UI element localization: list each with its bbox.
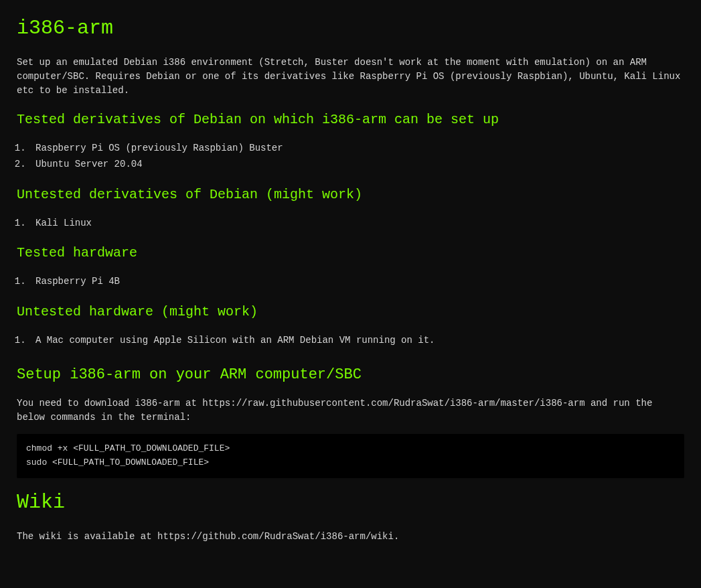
untested-derivatives-heading: Untested derivatives of Debian (might wo… [17,185,684,205]
tested-derivatives-list: Raspberry Pi OS (previously Raspbian) Bu… [31,141,684,173]
untested-hardware-heading: Untested hardware (might work) [17,302,684,322]
untested-derivatives-list: Kali Linux [31,216,684,232]
wiki-text: The wiki is available at https://github.… [17,530,684,544]
list-item: Raspberry Pi 4B [31,274,684,290]
tested-hardware-list: Raspberry Pi 4B [31,274,684,290]
page-title: i386-arm [17,13,684,44]
list-item: Raspberry Pi OS (previously Raspbian) Bu… [31,141,684,157]
setup-heading: Setup i386-arm on your ARM computer/SBC [17,364,684,386]
list-item: A Mac computer using Apple Silicon with … [31,333,684,349]
list-item: Kali Linux [31,216,684,232]
tested-derivatives-heading: Tested derivatives of Debian on which i3… [17,110,684,130]
setup-instructions: You need to download i386-arm at https:/… [17,396,684,425]
tested-hardware-heading: Tested hardware [17,243,684,263]
wiki-heading: Wiki [17,488,684,518]
setup-code-block: chmod +x <FULL_PATH_TO_DOWNLOADED_FILE> … [17,434,684,478]
intro-paragraph: Set up an emulated Debian i386 environme… [17,56,684,98]
list-item: Ubuntu Server 20.04 [31,157,684,173]
untested-hardware-list: A Mac computer using Apple Silicon with … [31,333,684,349]
